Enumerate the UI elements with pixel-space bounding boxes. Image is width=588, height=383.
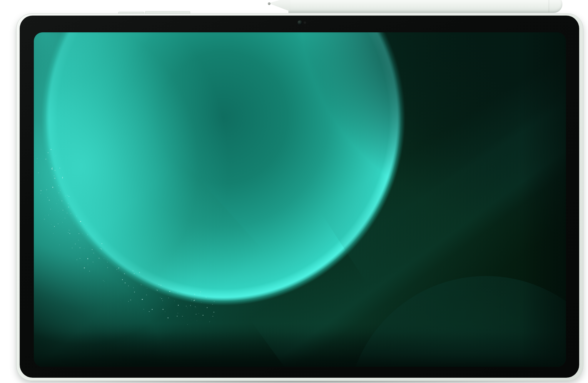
sparkle-dot	[161, 298, 162, 299]
sparkle-dot	[210, 321, 210, 322]
sparkle-dot	[139, 272, 140, 273]
sparkle-dot	[104, 258, 104, 259]
sparkle-dot	[104, 281, 105, 282]
stylus-nib	[268, 2, 270, 5]
sparkle-dot	[52, 187, 53, 188]
sparkle-dot	[67, 195, 68, 196]
sparkle-dot	[69, 196, 69, 197]
sparkle-dot	[68, 203, 69, 204]
sparkle-dot	[177, 316, 178, 317]
wallpaper-secondary-circle	[347, 276, 566, 367]
sparkle-dot	[60, 190, 61, 191]
sparkle-dot	[158, 290, 158, 290]
sparkle-dot	[133, 270, 133, 271]
sparkle-dot	[92, 249, 93, 250]
sparkle-dot	[213, 312, 214, 313]
sparkle-dot	[128, 301, 129, 302]
sparkle-dot	[133, 287, 134, 288]
sparkle-dot	[212, 304, 213, 305]
sparkle-dot	[40, 193, 41, 194]
sparkle-dot	[147, 288, 147, 289]
sparkle-dot	[75, 244, 76, 244]
stylus-tip	[268, 0, 290, 11]
sparkle-dot	[101, 243, 102, 244]
sparkle-dot	[77, 259, 78, 259]
sparkle-dot	[124, 273, 125, 274]
sparkle-dot	[67, 213, 67, 213]
sparkle-dot	[168, 297, 169, 298]
sparkle-dot	[71, 213, 71, 214]
sparkle-dot	[84, 224, 84, 225]
sparkle-dot	[89, 271, 90, 272]
sparkle-dot	[196, 307, 196, 308]
sparkle-dot	[125, 282, 126, 283]
sparkle-dot	[46, 189, 47, 190]
sparkle-dot	[58, 223, 59, 224]
sparkle-dot	[88, 265, 88, 265]
tablet-screen[interactable]	[34, 32, 566, 367]
sparkle-dot	[78, 240, 79, 241]
sparkle-dot	[194, 294, 195, 295]
sparkle-dot	[198, 313, 199, 314]
sparkle-dot	[158, 284, 159, 285]
sparkle-dot	[141, 285, 141, 285]
sparkle-dot	[81, 260, 81, 260]
sparkle-dot	[214, 301, 215, 302]
sparkle-dot	[143, 309, 144, 310]
sparkle-dot	[62, 178, 63, 179]
sparkle-dot	[87, 234, 88, 235]
sparkle-dot	[191, 300, 192, 300]
sparkle-dot	[161, 285, 161, 286]
sparkle-dot	[46, 159, 46, 159]
sparkle-dot	[52, 168, 53, 168]
sparkle-dot	[48, 152, 49, 153]
sparkle-dot	[200, 292, 201, 292]
sparkle-dot	[142, 299, 143, 300]
sparkle-dot	[99, 258, 100, 259]
sparkle-dot	[163, 309, 163, 310]
sparkle-dot	[187, 324, 188, 325]
sparkle-dot	[65, 218, 65, 218]
front-camera-icon	[298, 20, 302, 25]
light-sensor-dot	[304, 21, 306, 24]
sparkle-dot	[69, 233, 70, 234]
sparkle-dot	[101, 249, 102, 249]
sparkle-dot	[174, 301, 175, 301]
sparkle-dot	[134, 273, 135, 274]
sparkle-dot	[104, 256, 105, 257]
sparkle-dot	[134, 292, 135, 292]
sparkle-dot	[190, 305, 191, 306]
sparkle-dot	[194, 298, 195, 298]
sparkle-dot	[36, 162, 37, 163]
sparkle-dot	[51, 149, 51, 150]
sparkle-dot	[54, 175, 54, 176]
sparkle-dot	[38, 172, 39, 173]
sparkle-dot	[203, 315, 203, 316]
sparkle-dot	[128, 285, 129, 286]
sparkle-dot	[56, 203, 57, 204]
sparkle-dot	[62, 177, 63, 178]
sparkle-dot	[206, 297, 206, 297]
sparkle-dot	[162, 300, 163, 301]
sparkle-dot	[65, 196, 66, 196]
sparkle-dot	[194, 300, 195, 301]
sparkle-dot	[93, 253, 94, 254]
sparkle-dot	[80, 221, 81, 222]
product-photo-stage	[0, 0, 588, 383]
sparkle-dot	[195, 306, 196, 307]
sparkle-dot	[59, 168, 60, 169]
sparkle-dot	[55, 170, 56, 171]
sparkle-dot	[74, 224, 74, 224]
sparkle-dot	[51, 224, 51, 225]
sparkle-dot	[209, 322, 210, 322]
sparkle-dot	[61, 200, 62, 201]
sparkle-dot	[54, 226, 55, 227]
sparkle-dot	[186, 306, 187, 307]
sparkle-dot	[118, 267, 119, 268]
stylus[interactable]	[268, 0, 562, 13]
sparkle-dot	[55, 156, 55, 157]
sparkle-dot	[149, 311, 149, 312]
sparkle-dot	[47, 197, 48, 198]
sparkle-dot	[51, 168, 52, 169]
sparkle-dot	[50, 162, 51, 162]
